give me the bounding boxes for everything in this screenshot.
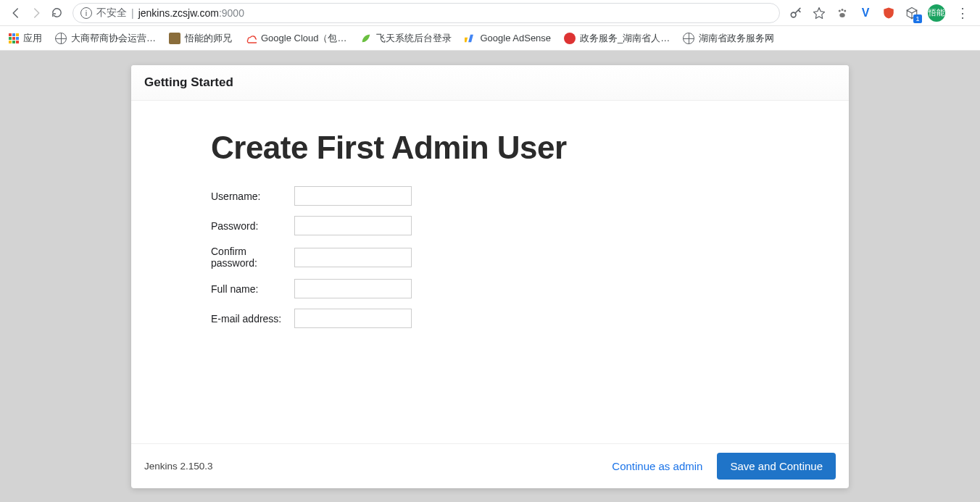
bookmark-label: 湖南省政务服务网 — [699, 32, 774, 45]
input-username[interactable] — [294, 186, 412, 206]
setup-card: Getting Started Create First Admin User … — [131, 65, 849, 488]
back-button[interactable] — [6, 3, 26, 23]
bookmark-item-6[interactable]: 湖南省政务服务网 — [683, 32, 774, 45]
bookmark-item-1[interactable]: 悟能的师兄 — [169, 32, 232, 45]
globe-icon — [55, 33, 67, 44]
svg-rect-5 — [465, 37, 468, 42]
version-label: Jenkins 2.150.3 — [144, 461, 213, 472]
google-cloud-icon — [245, 33, 257, 44]
apps-icon — [9, 33, 19, 43]
input-fullname[interactable] — [294, 279, 412, 298]
input-confirm-password[interactable] — [294, 248, 412, 267]
row-username: Username: — [211, 186, 769, 206]
browser-toolbar: i 不安全 | jenkins.zcsjw.com:9000 V 1 悟能 ⋮ — [0, 0, 980, 26]
extension-v-icon[interactable]: V — [858, 6, 873, 20]
toolbar-right-icons: V 1 悟能 ⋮ — [786, 4, 974, 22]
svg-point-4 — [839, 13, 845, 17]
page-title: Create First Admin User — [211, 130, 769, 166]
save-and-continue-button[interactable]: Save and Continue — [717, 453, 836, 480]
label-fullname: Full name: — [211, 283, 294, 295]
globe-icon — [683, 33, 694, 44]
url-port: :9000 — [219, 7, 244, 19]
svg-point-3 — [844, 9, 846, 12]
star-icon[interactable] — [812, 6, 826, 20]
row-password: Password: — [211, 216, 769, 235]
extension-paw-icon[interactable] — [835, 6, 850, 20]
svg-point-1 — [839, 9, 841, 12]
continue-as-admin-button[interactable]: Continue as admin — [612, 460, 702, 472]
card-header: Getting Started — [131, 65, 849, 101]
info-icon: i — [80, 7, 92, 19]
bookmark-item-4[interactable]: Google AdSense — [465, 33, 552, 44]
input-email[interactable] — [294, 309, 412, 328]
leaf-icon — [360, 33, 372, 44]
apps-label: 应用 — [23, 32, 42, 45]
card-footer: Jenkins 2.150.3 Continue as admin Save a… — [131, 443, 849, 488]
input-password[interactable] — [294, 216, 412, 235]
card-body: Create First Admin User Username: Passwo… — [131, 101, 849, 443]
svg-point-2 — [842, 9, 844, 11]
extension-ublock-icon[interactable] — [881, 6, 896, 20]
bookmark-label: 飞天系统后台登录 — [376, 32, 452, 45]
bookmarks-bar: 应用 大商帮商协会运营… 悟能的师兄 Google Cloud（包… 飞天系统后… — [0, 26, 980, 51]
bookmark-item-3[interactable]: 飞天系统后台登录 — [360, 32, 452, 45]
forward-button[interactable] — [26, 3, 46, 23]
bookmark-label: 政务服务_湖南省人… — [580, 32, 670, 45]
row-email: E-mail address: — [211, 309, 769, 328]
chrome-menu-button[interactable]: ⋮ — [954, 4, 971, 22]
favicon-red-icon — [564, 33, 576, 44]
label-username: Username: — [211, 191, 294, 202]
row-confirm: Confirm password: — [211, 246, 769, 269]
footer-actions: Continue as admin Save and Continue — [612, 453, 836, 480]
favicon-icon — [169, 33, 180, 44]
address-bar[interactable]: i 不安全 | jenkins.zcsjw.com:9000 — [72, 3, 780, 23]
label-email: E-mail address: — [211, 313, 294, 325]
bookmark-label: 大商帮商协会运营… — [71, 32, 156, 45]
extension-cube-icon[interactable]: 1 — [905, 6, 919, 20]
url-host: jenkins.zcsjw.com — [138, 7, 219, 19]
label-confirm: Confirm password: — [211, 246, 294, 269]
row-fullname: Full name: — [211, 279, 769, 298]
bookmark-label: 悟能的师兄 — [185, 32, 232, 45]
svg-rect-6 — [468, 34, 473, 42]
reload-button[interactable] — [46, 3, 67, 23]
extension-badge: 1 — [913, 14, 922, 23]
profile-avatar[interactable]: 悟能 — [928, 4, 945, 22]
label-password: Password: — [211, 220, 294, 232]
page-viewport: Getting Started Create First Admin User … — [0, 51, 980, 502]
bookmark-label: Google Cloud（包… — [261, 32, 347, 45]
apps-shortcut[interactable]: 应用 — [9, 32, 42, 45]
key-icon[interactable] — [789, 6, 803, 20]
url-separator: | — [131, 7, 134, 19]
bookmark-item-2[interactable]: Google Cloud（包… — [245, 32, 347, 45]
bookmark-label: Google AdSense — [481, 33, 552, 43]
bookmark-item-5[interactable]: 政务服务_湖南省人… — [564, 32, 670, 45]
adsense-icon — [465, 33, 476, 44]
bookmark-item-0[interactable]: 大商帮商协会运营… — [55, 32, 156, 45]
insecure-label: 不安全 — [96, 7, 127, 20]
card-header-title: Getting Started — [144, 75, 836, 90]
